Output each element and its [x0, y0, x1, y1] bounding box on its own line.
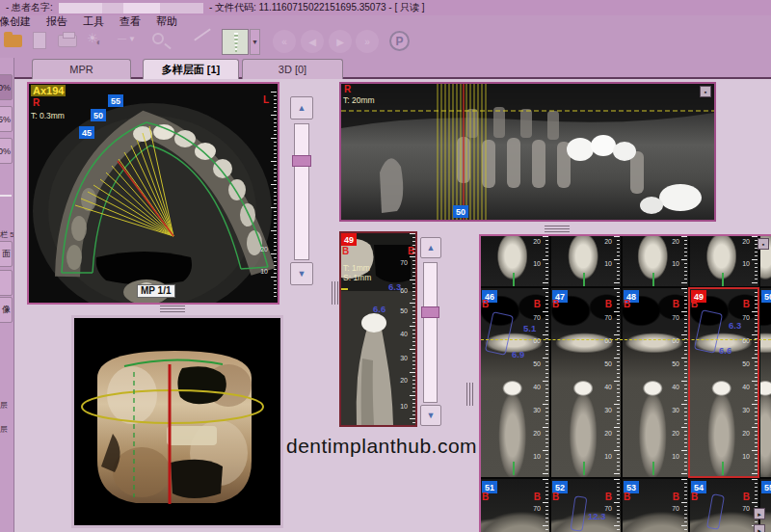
grid-last-page-button[interactable]: ▸	[754, 524, 765, 532]
buccal-marker: B	[743, 492, 750, 502]
cross-section-panel[interactable]: 49 B B T: 1mm S: 1mm 6.3 6.6 70 60 50 40…	[339, 231, 417, 427]
measure-line-icon[interactable]	[194, 28, 211, 40]
cell-ruler	[543, 479, 548, 532]
grid-cell-47[interactable]: 47 B B 70 60 50 40 30 20 10	[551, 288, 621, 477]
menu-item-tools[interactable]: 工具	[83, 15, 104, 28]
axial-thickness-label: T: 0.3mm	[31, 112, 65, 120]
grid-cell-50[interactable]: 50	[760, 288, 771, 477]
axial-right-marker: R	[33, 98, 40, 108]
document-icon[interactable]	[33, 32, 46, 49]
3d-view-panel[interactable]	[71, 315, 283, 528]
sidebar-tool-button-2[interactable]	[0, 270, 13, 296]
splitter-handle[interactable]	[332, 281, 338, 305]
grid-cell-52[interactable]: 52 B B 70 12.3	[551, 479, 621, 532]
sidebar-zoom-button-1[interactable]: 0%	[0, 74, 13, 100]
panoramic-image[interactable]	[341, 84, 714, 220]
nav-last-button[interactable]: »	[356, 30, 379, 53]
ruler-label: 10	[742, 453, 750, 460]
zoom-button-label: 0%	[0, 146, 11, 156]
grid-strip-cell[interactable]: 20 10	[690, 236, 758, 286]
nav-first-button[interactable]: «	[273, 30, 296, 53]
axial-ruler-label: 20	[260, 246, 268, 253]
sidebar-zoom-button-2[interactable]: 5%	[0, 106, 13, 132]
grid-cell-46[interactable]: 46 B B 70 60 50 40 30 20 10 5.1 6.9	[481, 288, 549, 477]
grid-strip-cell[interactable]: 20 10	[623, 236, 688, 286]
implant-tool-button[interactable]	[222, 29, 249, 55]
sidebar-series-label: 栏 5	[0, 229, 14, 240]
sidebar-footer-label-1: 层	[0, 400, 8, 411]
cell-ruler	[543, 288, 548, 477]
axial-ruler-label: 10	[260, 268, 268, 275]
app-window: - 患者名字: - 文件代码: 11.1160715022151695.3507…	[0, 0, 771, 532]
brightness-contrast-icon[interactable]: ☀◐	[87, 31, 104, 45]
axial-scroll-down-button[interactable]: ▼	[290, 262, 313, 285]
arch-position-tick	[722, 273, 724, 286]
ruler-label: 40	[400, 331, 408, 337]
grid-strip-cell[interactable]: 20 10	[481, 236, 549, 286]
3d-volume-image[interactable]	[74, 318, 280, 525]
nav-prev-button[interactable]: ◀	[301, 30, 324, 53]
axial-scroll-thumb[interactable]	[292, 155, 311, 167]
grid-next-page-button[interactable]: ▸	[754, 508, 765, 519]
measurement-value: 6.6	[719, 345, 731, 356]
menu-item-report[interactable]: 报告	[46, 15, 67, 28]
splitter-handle[interactable]	[160, 306, 185, 312]
panoramic-view-panel[interactable]: R T: 20mm ▪ 50	[339, 82, 716, 222]
tab-multi-slice[interactable]: 多样层面 [1]	[143, 59, 239, 79]
ruler-label: 10	[604, 453, 612, 460]
nav-last-icon: »	[364, 37, 370, 47]
measurement-value: 12.3	[588, 511, 606, 521]
axial-slice-id-label: Ax194	[31, 85, 66, 96]
buccal-marker: B	[534, 492, 541, 502]
menu-item-image-create[interactable]: 图像创建	[0, 15, 31, 28]
open-folder-icon[interactable]	[4, 35, 22, 47]
splitter-handle[interactable]	[545, 226, 570, 232]
ruler-label: 10	[533, 453, 541, 460]
menu-item-view[interactable]: 查看	[120, 15, 141, 28]
slice-marker-label: 50	[456, 207, 465, 217]
print-icon[interactable]	[58, 35, 77, 47]
grid-collapse-button[interactable]: ▪	[758, 238, 769, 250]
buccal-marker: B	[552, 492, 559, 502]
buccal-marker: B	[482, 492, 489, 502]
sidebar-zoom-button-3[interactable]: 0%	[0, 138, 13, 164]
axial-view-panel[interactable]: Ax194 R L T: 0.3mm 55 50 45 MP 1/1 20 10	[27, 82, 279, 305]
cross-section-grid[interactable]: 20 10 20 10 20 10 20 10 46 B B	[479, 234, 771, 532]
sidebar-tool-button-3[interactable]: 像	[0, 297, 13, 323]
axial-scroll-track[interactable]	[294, 123, 309, 260]
splitter-handle[interactable]	[466, 383, 473, 406]
buccal-marker: B	[605, 300, 612, 309]
section-scroll-thumb[interactable]	[421, 306, 439, 318]
sidebar-tool-button-1[interactable]: 面	[0, 241, 13, 267]
slice-marker-50[interactable]: 50	[91, 109, 106, 121]
grid-cell-53[interactable]: 53 B B 70	[623, 479, 688, 532]
implant-outline-sketch	[571, 495, 588, 531]
ruler-label: 20	[533, 430, 541, 437]
buccal-marker: B	[624, 492, 630, 502]
grid-strip-cell[interactable]: 20 10	[551, 236, 621, 286]
zoom-icon[interactable]	[152, 33, 164, 44]
readonly-badge: - [ 只读 ]	[388, 1, 424, 14]
slice-number: 51	[485, 483, 494, 492]
section-scroll-up-button[interactable]: ▲	[420, 237, 441, 258]
pano-slice-marker-50[interactable]: 50	[453, 205, 468, 218]
grid-cell-48[interactable]: 48 B B 70 60 50 40 30 20 10	[623, 288, 688, 477]
menu-item-help[interactable]: 帮助	[156, 15, 177, 28]
section-scroll-down-button[interactable]: ▼	[420, 405, 441, 426]
implant-tool-dropdown[interactable]: ▼	[250, 29, 260, 55]
tab-3d[interactable]: 3D [0]	[242, 59, 343, 79]
grid-cell-49-selected[interactable]: 49 B B 70 60 50 40 30 20 10 6.3 6.6	[690, 288, 758, 477]
axial-scroll-up-button[interactable]: ▲	[290, 96, 313, 120]
grid-cell-51[interactable]: 51 B B 70	[481, 479, 549, 532]
axial-ct-image[interactable]	[29, 84, 278, 303]
nav-next-button[interactable]: ▶	[329, 30, 352, 53]
slice-marker-55[interactable]: 55	[108, 94, 123, 107]
slice-marker-45[interactable]: 45	[79, 126, 94, 139]
p-tool-button[interactable]: P	[389, 31, 410, 51]
section-scroll-track[interactable]	[423, 262, 438, 403]
tab-mpr[interactable]: MPR	[32, 59, 131, 79]
pano-collapse-button[interactable]: ▪	[700, 86, 711, 97]
grid-cell-54[interactable]: 54 B B 70	[690, 479, 758, 532]
layout-dropdown[interactable]: — ▼	[118, 34, 136, 43]
ruler-label: 70	[533, 314, 541, 321]
